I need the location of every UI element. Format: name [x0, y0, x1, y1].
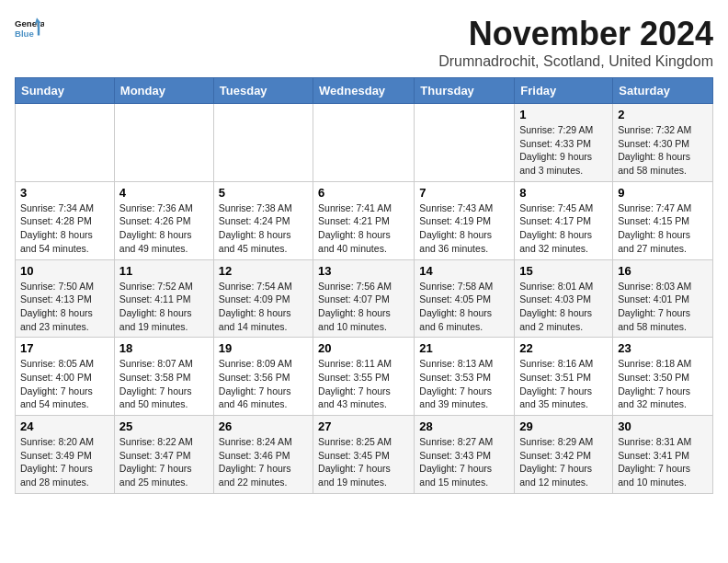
day-number: 27 [318, 419, 409, 433]
day-info: Sunrise: 7:43 AM Sunset: 4:19 PM Dayligh… [419, 201, 509, 256]
calendar-cell: 15Sunrise: 8:01 AM Sunset: 4:03 PM Dayli… [515, 259, 613, 338]
day-number: 6 [318, 186, 409, 200]
day-info: Sunrise: 7:50 AM Sunset: 4:13 PM Dayligh… [20, 280, 109, 334]
calendar-cell: 11Sunrise: 7:52 AM Sunset: 4:11 PM Dayli… [114, 259, 213, 338]
calendar-cell: 7Sunrise: 7:43 AM Sunset: 4:19 PM Daylig… [415, 181, 515, 259]
logo: GeneralBlue [15, 15, 44, 44]
calendar-cell: 22Sunrise: 8:16 AM Sunset: 3:51 PM Dayli… [515, 338, 613, 416]
day-info: Sunrise: 7:36 AM Sunset: 4:26 PM Dayligh… [119, 201, 209, 256]
calendar-week-row: 1Sunrise: 7:29 AM Sunset: 4:33 PM Daylig… [16, 104, 713, 182]
day-info: Sunrise: 8:24 AM Sunset: 3:46 PM Dayligh… [219, 435, 308, 489]
day-info: Sunrise: 7:45 AM Sunset: 4:17 PM Dayligh… [519, 201, 608, 256]
calendar-cell: 6Sunrise: 7:41 AM Sunset: 4:21 PM Daylig… [313, 181, 415, 259]
day-number: 13 [318, 264, 409, 278]
calendar-cell: 26Sunrise: 8:24 AM Sunset: 3:46 PM Dayli… [213, 416, 313, 494]
calendar-cell [313, 104, 415, 182]
day-info: Sunrise: 8:07 AM Sunset: 3:58 PM Dayligh… [119, 357, 209, 411]
day-info: Sunrise: 7:38 AM Sunset: 4:24 PM Dayligh… [219, 201, 308, 256]
calendar-cell [114, 104, 213, 182]
day-number: 7 [419, 186, 509, 200]
calendar-table: SundayMondayTuesdayWednesdayThursdayFrid… [15, 77, 713, 494]
day-number: 5 [219, 186, 308, 200]
day-number: 14 [419, 264, 509, 278]
day-info: Sunrise: 8:09 AM Sunset: 3:56 PM Dayligh… [219, 357, 308, 411]
day-info: Sunrise: 7:41 AM Sunset: 4:21 PM Dayligh… [318, 201, 409, 256]
calendar-header-row: SundayMondayTuesdayWednesdayThursdayFrid… [16, 78, 713, 104]
day-number: 25 [119, 419, 209, 433]
day-number: 30 [618, 419, 708, 433]
day-number: 17 [20, 341, 109, 355]
day-header-tuesday: Tuesday [213, 78, 313, 104]
day-number: 9 [618, 186, 708, 200]
day-info: Sunrise: 8:25 AM Sunset: 3:45 PM Dayligh… [318, 435, 409, 489]
calendar-cell: 29Sunrise: 8:29 AM Sunset: 3:42 PM Dayli… [515, 416, 613, 494]
day-info: Sunrise: 8:20 AM Sunset: 3:49 PM Dayligh… [20, 435, 109, 489]
day-info: Sunrise: 7:58 AM Sunset: 4:05 PM Dayligh… [419, 280, 509, 334]
day-info: Sunrise: 8:27 AM Sunset: 3:43 PM Dayligh… [419, 435, 509, 489]
title-area: November 2024 Drumnadrochit, Scotland, U… [438, 15, 713, 70]
calendar-cell: 1Sunrise: 7:29 AM Sunset: 4:33 PM Daylig… [515, 104, 613, 182]
day-header-sunday: Sunday [16, 78, 115, 104]
day-number: 22 [519, 341, 608, 355]
day-header-thursday: Thursday [415, 78, 515, 104]
day-info: Sunrise: 7:29 AM Sunset: 4:33 PM Dayligh… [519, 123, 608, 178]
calendar-cell: 3Sunrise: 7:34 AM Sunset: 4:28 PM Daylig… [16, 181, 115, 259]
day-number: 21 [419, 341, 509, 355]
calendar-week-row: 3Sunrise: 7:34 AM Sunset: 4:28 PM Daylig… [16, 181, 713, 259]
day-number: 1 [519, 108, 608, 121]
calendar-cell [16, 104, 115, 182]
day-header-friday: Friday [515, 78, 613, 104]
day-number: 19 [219, 341, 308, 355]
calendar-cell: 5Sunrise: 7:38 AM Sunset: 4:24 PM Daylig… [213, 181, 313, 259]
month-title: November 2024 [438, 15, 713, 53]
logo-icon: GeneralBlue [15, 15, 44, 44]
day-info: Sunrise: 8:16 AM Sunset: 3:51 PM Dayligh… [519, 357, 608, 411]
day-info: Sunrise: 8:11 AM Sunset: 3:55 PM Dayligh… [318, 357, 409, 411]
calendar-cell: 21Sunrise: 8:13 AM Sunset: 3:53 PM Dayli… [415, 338, 515, 416]
day-number: 18 [119, 341, 209, 355]
day-info: Sunrise: 8:13 AM Sunset: 3:53 PM Dayligh… [419, 357, 509, 411]
svg-text:Blue: Blue [15, 29, 34, 39]
calendar-cell: 28Sunrise: 8:27 AM Sunset: 3:43 PM Dayli… [415, 416, 515, 494]
day-number: 29 [519, 419, 608, 433]
calendar-cell: 9Sunrise: 7:47 AM Sunset: 4:15 PM Daylig… [613, 181, 713, 259]
day-info: Sunrise: 7:32 AM Sunset: 4:30 PM Dayligh… [618, 123, 708, 178]
day-info: Sunrise: 8:01 AM Sunset: 4:03 PM Dayligh… [519, 280, 608, 334]
day-number: 23 [618, 341, 708, 355]
day-info: Sunrise: 8:29 AM Sunset: 3:42 PM Dayligh… [519, 435, 608, 489]
day-header-saturday: Saturday [613, 78, 713, 104]
day-number: 15 [519, 264, 608, 278]
day-info: Sunrise: 7:54 AM Sunset: 4:09 PM Dayligh… [219, 280, 308, 334]
day-info: Sunrise: 8:03 AM Sunset: 4:01 PM Dayligh… [618, 280, 708, 334]
day-info: Sunrise: 7:47 AM Sunset: 4:15 PM Dayligh… [618, 201, 708, 256]
day-number: 10 [20, 264, 109, 278]
calendar-cell: 16Sunrise: 8:03 AM Sunset: 4:01 PM Dayli… [613, 259, 713, 338]
calendar-cell: 2Sunrise: 7:32 AM Sunset: 4:30 PM Daylig… [613, 104, 713, 182]
calendar-cell [213, 104, 313, 182]
calendar-cell: 10Sunrise: 7:50 AM Sunset: 4:13 PM Dayli… [16, 259, 115, 338]
calendar-cell: 25Sunrise: 8:22 AM Sunset: 3:47 PM Dayli… [114, 416, 213, 494]
location-title: Drumnadrochit, Scotland, United Kingdom [438, 53, 713, 70]
calendar-cell: 24Sunrise: 8:20 AM Sunset: 3:49 PM Dayli… [16, 416, 115, 494]
day-info: Sunrise: 8:18 AM Sunset: 3:50 PM Dayligh… [618, 357, 708, 411]
calendar-cell: 23Sunrise: 8:18 AM Sunset: 3:50 PM Dayli… [613, 338, 713, 416]
day-info: Sunrise: 7:56 AM Sunset: 4:07 PM Dayligh… [318, 280, 409, 334]
day-number: 2 [618, 108, 708, 121]
calendar-week-row: 24Sunrise: 8:20 AM Sunset: 3:49 PM Dayli… [16, 416, 713, 494]
day-header-wednesday: Wednesday [313, 78, 415, 104]
day-info: Sunrise: 7:34 AM Sunset: 4:28 PM Dayligh… [20, 201, 109, 256]
day-number: 20 [318, 341, 409, 355]
calendar-cell: 17Sunrise: 8:05 AM Sunset: 4:00 PM Dayli… [16, 338, 115, 416]
page-header: GeneralBlue November 2024 Drumnadrochit,… [15, 15, 713, 70]
calendar-week-row: 10Sunrise: 7:50 AM Sunset: 4:13 PM Dayli… [16, 259, 713, 338]
day-number: 24 [20, 419, 109, 433]
calendar-cell: 18Sunrise: 8:07 AM Sunset: 3:58 PM Dayli… [114, 338, 213, 416]
day-info: Sunrise: 8:22 AM Sunset: 3:47 PM Dayligh… [119, 435, 209, 489]
calendar-cell [415, 104, 515, 182]
calendar-cell: 8Sunrise: 7:45 AM Sunset: 4:17 PM Daylig… [515, 181, 613, 259]
day-number: 16 [618, 264, 708, 278]
calendar-cell: 20Sunrise: 8:11 AM Sunset: 3:55 PM Dayli… [313, 338, 415, 416]
day-info: Sunrise: 8:05 AM Sunset: 4:00 PM Dayligh… [20, 357, 109, 411]
day-number: 28 [419, 419, 509, 433]
calendar-cell: 14Sunrise: 7:58 AM Sunset: 4:05 PM Dayli… [415, 259, 515, 338]
